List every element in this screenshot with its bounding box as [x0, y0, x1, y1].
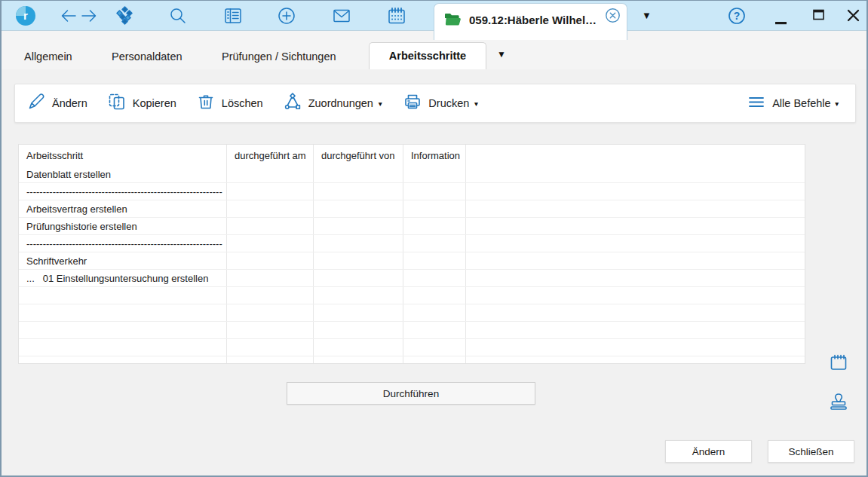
- table-row[interactable]: ... 01 Einstellungsuntersuchung erstelle…: [19, 270, 805, 287]
- cell-durchgefuehrt-am[interactable]: [227, 356, 314, 364]
- cell-durchgefuehrt-am[interactable]: [227, 270, 314, 286]
- cell-rest[interactable]: [466, 270, 805, 286]
- add-icon[interactable]: [277, 6, 296, 26]
- cell-arbeitsschritt[interactable]: Arbeitsvertrag erstellen: [19, 200, 227, 217]
- calendar-icon[interactable]: [387, 6, 406, 26]
- cell-durchgefuehrt-von[interactable]: [314, 287, 403, 304]
- cell-information[interactable]: [403, 218, 466, 234]
- alle-befehle-button[interactable]: Alle Befehle ▼: [747, 93, 840, 114]
- news-icon[interactable]: [223, 6, 243, 26]
- table-row[interactable]: Arbeitsvertrag erstellen: [19, 200, 805, 218]
- document-tab[interactable]: 059.12:Häberle Wilhel…: [434, 3, 627, 40]
- cell-durchgefuehrt-am[interactable]: [227, 183, 314, 200]
- cell-information[interactable]: [403, 287, 466, 304]
- aendern-footer-button[interactable]: Ändern: [665, 440, 752, 463]
- column-header[interactable]: Information: [403, 145, 466, 166]
- cell-durchgefuehrt-von[interactable]: [314, 322, 403, 338]
- zuordnungen-button[interactable]: Zuordnungen ▼: [284, 93, 384, 114]
- cell-arbeitsschritt[interactable]: ... 01 Einstellungsuntersuchung erstelle…: [19, 270, 227, 286]
- table-row[interactable]: [19, 322, 805, 339]
- cell-durchgefuehrt-am[interactable]: [227, 166, 314, 182]
- cell-durchgefuehrt-von[interactable]: [314, 183, 403, 200]
- table-row[interactable]: [19, 304, 805, 322]
- cell-rest[interactable]: [466, 200, 805, 217]
- table-row[interactable]: Schriftverkehr: [19, 252, 805, 270]
- stamp-icon[interactable]: [828, 392, 849, 414]
- cell-durchgefuehrt-am[interactable]: [227, 322, 314, 338]
- app-logo[interactable]: r: [16, 6, 35, 26]
- table-row[interactable]: Prüfungshistorie erstellen: [19, 218, 805, 235]
- cell-rest[interactable]: [466, 304, 805, 321]
- cell-information[interactable]: [403, 252, 466, 269]
- table-row[interactable]: ----------------------------------------…: [19, 235, 805, 252]
- help-icon[interactable]: ?: [728, 7, 746, 25]
- cell-durchgefuehrt-am[interactable]: [227, 252, 314, 269]
- cell-durchgefuehrt-von[interactable]: [314, 270, 403, 286]
- cell-durchgefuehrt-von[interactable]: [314, 166, 403, 182]
- tab-pruefungen-sichtungen[interactable]: Prüfungen / Sichtungen: [222, 50, 336, 63]
- cell-arbeitsschritt[interactable]: [19, 287, 227, 304]
- cell-durchgefuehrt-von[interactable]: [314, 304, 403, 321]
- cell-arbeitsschritt[interactable]: Schriftverkehr: [19, 252, 227, 269]
- tab-allgemein[interactable]: Allgemein: [24, 50, 72, 63]
- cell-information[interactable]: [403, 304, 466, 321]
- back-icon[interactable]: [59, 6, 78, 26]
- column-header[interactable]: Arbeitsschritt: [19, 145, 227, 166]
- tab-close-icon[interactable]: [605, 8, 621, 23]
- tabs-overflow-icon[interactable]: ▼: [497, 49, 506, 60]
- cell-arbeitsschritt[interactable]: [19, 322, 227, 338]
- cell-information[interactable]: [403, 166, 466, 182]
- cell-arbeitsschritt[interactable]: ----------------------------------------…: [19, 235, 227, 252]
- cell-durchgefuehrt-am[interactable]: [227, 339, 314, 356]
- cell-rest[interactable]: [466, 287, 805, 304]
- tab-personaldaten[interactable]: Personaldaten: [112, 50, 182, 63]
- cell-rest[interactable]: [466, 252, 805, 269]
- cell-information[interactable]: [403, 270, 466, 286]
- cell-durchgefuehrt-am[interactable]: [227, 287, 314, 304]
- cell-information[interactable]: [403, 235, 466, 252]
- cell-information[interactable]: [403, 356, 466, 364]
- table-row[interactable]: [19, 339, 805, 356]
- cell-durchgefuehrt-von[interactable]: [314, 356, 403, 364]
- mail-icon[interactable]: [332, 6, 351, 26]
- cell-durchgefuehrt-von[interactable]: [314, 339, 403, 356]
- cell-information[interactable]: [403, 183, 466, 200]
- cell-rest[interactable]: [466, 166, 805, 182]
- cell-durchgefuehrt-am[interactable]: [227, 304, 314, 321]
- search-icon[interactable]: [168, 6, 188, 26]
- cell-rest[interactable]: [466, 235, 805, 252]
- forward-icon[interactable]: [79, 6, 99, 26]
- minimize-icon[interactable]: [775, 14, 787, 17]
- durchfuehren-button[interactable]: Durchführen: [287, 382, 535, 405]
- table-row[interactable]: ----------------------------------------…: [19, 183, 805, 200]
- apps-icon[interactable]: [115, 6, 134, 26]
- cell-rest[interactable]: [466, 218, 805, 234]
- cell-arbeitsschritt[interactable]: [19, 339, 227, 356]
- titlebar-dropdown-icon[interactable]: ▼: [642, 10, 652, 21]
- cell-arbeitsschritt[interactable]: ----------------------------------------…: [19, 183, 227, 200]
- cell-durchgefuehrt-von[interactable]: [314, 252, 403, 269]
- kopieren-button[interactable]: Kopieren: [108, 93, 176, 114]
- loeschen-button[interactable]: Löschen: [197, 93, 263, 114]
- close-icon[interactable]: [847, 9, 860, 22]
- aendern-button[interactable]: Ändern: [27, 93, 87, 114]
- cell-durchgefuehrt-am[interactable]: [227, 218, 314, 234]
- cell-rest[interactable]: [466, 356, 805, 364]
- cell-arbeitsschritt[interactable]: Datenblatt erstellen: [19, 166, 227, 182]
- maximize-icon[interactable]: [813, 9, 824, 20]
- cell-rest[interactable]: [466, 322, 805, 338]
- cell-rest[interactable]: [466, 183, 805, 200]
- cell-durchgefuehrt-am[interactable]: [227, 235, 314, 252]
- cell-information[interactable]: [403, 339, 466, 356]
- drucken-button[interactable]: Drucken ▼: [403, 93, 479, 114]
- schliessen-button[interactable]: Schließen: [768, 440, 854, 463]
- cell-durchgefuehrt-von[interactable]: [314, 235, 403, 252]
- table-row[interactable]: [19, 356, 805, 364]
- cell-durchgefuehrt-am[interactable]: [227, 200, 314, 217]
- notepad-icon[interactable]: [829, 353, 848, 372]
- cell-durchgefuehrt-von[interactable]: [314, 218, 403, 234]
- column-header[interactable]: durchgeführt am: [227, 145, 314, 166]
- column-header[interactable]: durchgeführt von: [314, 145, 403, 166]
- table-row[interactable]: Datenblatt erstellen: [19, 166, 805, 183]
- cell-information[interactable]: [403, 200, 466, 217]
